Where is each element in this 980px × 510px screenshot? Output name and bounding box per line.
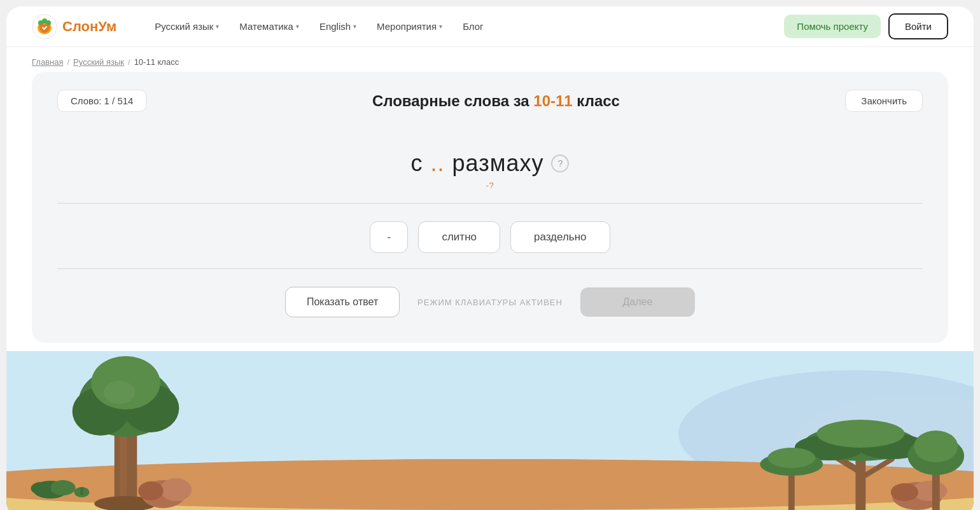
breadcrumb-home[interactable]: Главная <box>32 57 63 67</box>
answer-option-separate[interactable]: раздельно <box>510 221 610 253</box>
svg-rect-40 <box>788 472 795 510</box>
nav-item-math[interactable]: Математика ▾ <box>232 16 307 37</box>
nav-item-blog[interactable]: Блог <box>455 16 491 37</box>
word-section: с..размаху ? -? <box>57 150 923 190</box>
svg-point-18 <box>104 381 135 404</box>
chevron-down-icon: ▾ <box>296 23 299 30</box>
header: СлонУм Русский язык ▾ Математика ▾ Engli… <box>6 6 974 47</box>
svg-point-42 <box>767 448 815 468</box>
nav-item-english[interactable]: English ▾ <box>312 16 364 37</box>
svg-point-36 <box>891 483 918 501</box>
word-hint-label: -? <box>486 181 494 190</box>
word-prefix: с <box>411 150 423 177</box>
bottom-controls: Показать ответ РЕЖИМ КЛАВИАТУРЫ АКТИВЕН … <box>57 287 923 317</box>
safari-background-svg <box>6 351 974 510</box>
svg-point-24 <box>31 482 51 495</box>
safari-scene <box>6 351 974 510</box>
logo-icon <box>32 14 57 39</box>
breadcrumb-separator-2: / <box>128 57 130 67</box>
breadcrumb: Главная / Русский язык / 10-11 класс <box>6 47 974 72</box>
answer-option-dash[interactable]: - <box>370 221 408 253</box>
nav-item-events[interactable]: Мероприятия ▾ <box>369 16 450 37</box>
divider-bottom <box>57 268 923 269</box>
breadcrumb-section[interactable]: Русский язык <box>73 57 124 67</box>
chevron-down-icon: ▾ <box>439 23 442 30</box>
logo[interactable]: СлонУм <box>32 14 116 39</box>
breadcrumb-current: 10-11 класс <box>134 57 179 67</box>
divider-top <box>57 203 923 203</box>
finish-button[interactable]: Закончить <box>845 90 923 112</box>
word-display: с..размаху ? <box>411 150 570 177</box>
svg-rect-27 <box>855 453 865 510</box>
nav-item-russian[interactable]: Русский язык ▾ <box>147 16 227 37</box>
svg-point-20 <box>160 478 192 501</box>
next-button[interactable]: Далее <box>580 287 695 317</box>
svg-point-23 <box>50 480 75 495</box>
svg-rect-26 <box>80 487 83 495</box>
quiz-header: Слово: 1 / 514 Словарные слова за 10-11 … <box>57 90 923 112</box>
main-content: Слово: 1 / 514 Словарные слова за 10-11 … <box>6 72 974 510</box>
word-counter: Слово: 1 / 514 <box>57 90 146 112</box>
navigation: Русский язык ▾ Математика ▾ English ▾ Ме… <box>147 16 764 37</box>
svg-point-21 <box>138 481 163 500</box>
answer-options: - слитно раздельно <box>57 221 923 253</box>
word-missing-dots: .. <box>431 150 445 177</box>
svg-point-33 <box>816 420 904 448</box>
show-answer-button[interactable]: Показать ответ <box>285 287 400 317</box>
app-container: СлонУм Русский язык ▾ Математика ▾ Engli… <box>6 6 974 510</box>
quiz-card: Слово: 1 / 514 Словарные слова за 10-11 … <box>32 72 948 343</box>
header-actions: Помочь проекту Войти <box>784 13 948 39</box>
help-hint-button[interactable]: ? <box>551 155 569 172</box>
word-suffix: размаху <box>452 150 544 177</box>
help-project-button[interactable]: Помочь проекту <box>784 15 881 38</box>
quiz-title: Словарные слова за 10-11 класс <box>372 92 620 110</box>
breadcrumb-separator: / <box>67 57 69 67</box>
answer-option-together[interactable]: слитно <box>418 221 500 253</box>
login-button[interactable]: Войти <box>888 13 948 39</box>
svg-point-39 <box>914 431 958 462</box>
keyboard-mode-label: РЕЖИМ КЛАВИАТУРЫ АКТИВЕН <box>417 298 563 307</box>
logo-text: СлонУм <box>62 18 116 35</box>
chevron-down-icon: ▾ <box>353 23 356 30</box>
chevron-down-icon: ▾ <box>216 23 219 30</box>
